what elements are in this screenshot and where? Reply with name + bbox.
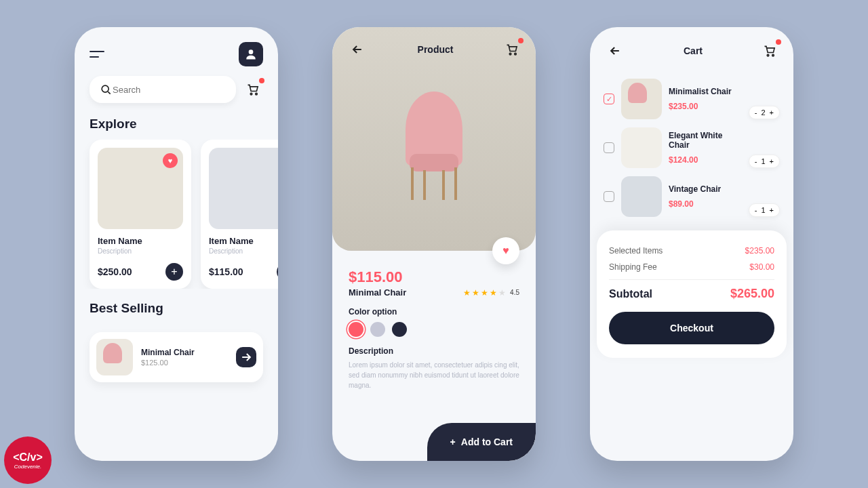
minus-icon[interactable]: - xyxy=(755,157,757,165)
explore-heading: Explore xyxy=(75,114,278,140)
cart-item-name: Minimalist Chair xyxy=(669,87,742,96)
divider xyxy=(609,279,774,280)
cart-item-price: $89.00 xyxy=(669,199,742,209)
color-swatch[interactable] xyxy=(392,322,407,337)
color-swatches xyxy=(349,322,519,337)
add-to-cart-button[interactable]: + Add to Cart xyxy=(427,423,536,461)
add-button[interactable]: + xyxy=(277,263,278,281)
plus-icon[interactable]: + xyxy=(770,157,774,165)
svg-point-1 xyxy=(102,85,108,92)
product-thumb xyxy=(621,127,662,168)
description-label: Description xyxy=(349,346,519,356)
search-input[interactable] xyxy=(90,76,236,103)
search-icon xyxy=(99,83,113,96)
product-thumb xyxy=(96,339,133,375)
product-title: Item Name xyxy=(98,236,183,246)
arrow-left-icon xyxy=(608,44,622,58)
cart-icon xyxy=(246,83,260,96)
minus-icon[interactable]: - xyxy=(755,206,757,214)
product-card[interactable]: ♥ Item Name Description $250.00 + xyxy=(90,140,191,289)
shipping-fee-label: Shipping Fee xyxy=(609,262,657,272)
product-thumb xyxy=(621,176,662,217)
logo-name: Codevenie. xyxy=(14,464,41,470)
best-selling-item[interactable]: Minimal Chair $125.00 xyxy=(90,332,263,382)
cart-icon xyxy=(505,43,519,56)
favorite-icon[interactable]: ♥ xyxy=(163,153,178,168)
add-button[interactable]: + xyxy=(165,263,183,281)
cart-item: ✓ Minimalist Chair $235.00 -2+ xyxy=(590,75,793,123)
cart-screen: Cart ✓ Minimalist Chair $235.00 -2+ Eleg… xyxy=(590,27,793,461)
cart-item-name: Vintage Chair xyxy=(669,184,742,194)
arrow-button[interactable] xyxy=(236,347,256,367)
brand-logo: <C/v> Codevenie. xyxy=(4,436,52,484)
product-price: $115.00 xyxy=(209,266,243,277)
shipping-fee-value: $30.00 xyxy=(749,262,774,272)
product-card[interactable]: Item Name Description $115.00 + xyxy=(201,140,278,289)
checkbox[interactable]: ✓ xyxy=(604,94,614,104)
cart-button[interactable] xyxy=(502,39,522,60)
back-button[interactable] xyxy=(346,38,369,61)
svg-point-3 xyxy=(250,93,252,95)
user-icon xyxy=(244,47,258,61)
plus-icon[interactable]: + xyxy=(770,206,774,214)
cart-item: Vintage Chair $89.00 -1+ xyxy=(590,172,793,221)
star-icon: ★ xyxy=(481,288,488,298)
svg-point-8 xyxy=(772,54,774,56)
product-price: $115.00 xyxy=(349,268,519,286)
color-swatch[interactable] xyxy=(349,322,363,337)
quantity-stepper[interactable]: -2+ xyxy=(749,106,780,119)
cart-button[interactable] xyxy=(760,41,780,61)
order-summary: Selected Items$235.00 Shipping Fee$30.00… xyxy=(597,230,787,358)
description-text: Lorem ipsum dolor sit amet, consectetuer… xyxy=(349,360,519,390)
minus-icon[interactable]: - xyxy=(755,108,757,117)
svg-point-7 xyxy=(767,54,769,56)
cart-item: Elegant White Chair $124.00 -1+ xyxy=(590,123,793,172)
color-option-label: Color option xyxy=(349,307,519,317)
cart-button[interactable] xyxy=(243,79,263,100)
chair-illustration xyxy=(393,78,475,200)
svg-point-6 xyxy=(515,53,517,55)
cart-badge-icon xyxy=(776,39,781,45)
cart-icon xyxy=(763,44,776,58)
menu-icon[interactable] xyxy=(90,49,104,59)
cart-item-price: $124.00 xyxy=(669,155,742,165)
plus-icon[interactable]: + xyxy=(770,108,774,117)
product-subtitle: Description xyxy=(209,247,278,255)
checkbox[interactable] xyxy=(604,191,614,202)
cart-badge-icon xyxy=(259,78,264,83)
rating: ★ ★ ★ ★ ★ 4.5 xyxy=(463,288,519,298)
star-icon: ★ xyxy=(463,288,471,298)
product-screen: Product ♥ $115.00 Minimal Chair ★ ★ ★ ★ … xyxy=(332,27,536,461)
home-screen: Explore ♥ Item Name Description $250.00 … xyxy=(75,27,278,461)
product-subtitle: Description xyxy=(98,247,183,255)
product-price: $125.00 xyxy=(141,359,236,367)
product-title: Item Name xyxy=(209,236,278,246)
favorite-button[interactable]: ♥ xyxy=(492,237,519,264)
star-icon: ★ xyxy=(498,288,506,298)
explore-list: ♥ Item Name Description $250.00 + Item N… xyxy=(75,140,278,289)
logo-code: <C/v> xyxy=(13,451,43,464)
color-swatch[interactable] xyxy=(370,322,385,337)
svg-point-0 xyxy=(249,49,254,54)
arrow-right-icon xyxy=(239,350,253,364)
selected-items-value: $235.00 xyxy=(745,246,774,256)
product-image: ♥ xyxy=(98,148,183,229)
quantity-stepper[interactable]: -1+ xyxy=(749,155,780,168)
svg-line-2 xyxy=(108,92,110,94)
checkout-button[interactable]: Checkout xyxy=(609,312,774,344)
star-icon: ★ xyxy=(490,288,497,298)
arrow-left-icon xyxy=(351,43,364,56)
back-button[interactable] xyxy=(604,39,627,62)
star-icon: ★ xyxy=(472,288,479,298)
quantity-stepper[interactable]: -1+ xyxy=(749,203,780,217)
product-hero-image: Product ♥ xyxy=(332,27,536,251)
product-title: Minimal Chair xyxy=(141,348,236,357)
svg-point-5 xyxy=(509,53,511,55)
subtotal-label: Subtotal xyxy=(609,288,652,300)
product-price: $250.00 xyxy=(98,266,132,277)
rating-value: 4.5 xyxy=(510,289,519,296)
checkbox[interactable] xyxy=(604,142,614,153)
cart-item-name: Elegant White Chair xyxy=(669,131,742,150)
profile-button[interactable] xyxy=(239,42,263,66)
plus-icon: + xyxy=(450,436,456,447)
